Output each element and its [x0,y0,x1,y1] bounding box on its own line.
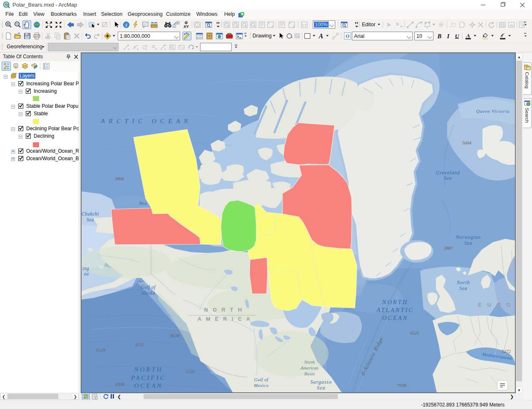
svg-text:6129: 6129 [96,347,106,352]
svg-text:Basin: Basin [304,371,315,376]
svg-text:Greenland: Greenland [436,170,460,175]
svg-text:ARCTIC OCEAN: ARCTIC OCEAN [101,118,192,124]
svg-text:3887: 3887 [443,245,453,250]
svg-text:E U R O P: E U R O P [478,302,515,308]
svg-text:A M E R I C A: A M E R I C A [198,316,252,322]
svg-text:Mexico: Mexico [253,383,268,388]
svg-text:Sea: Sea [464,240,473,245]
svg-text:American: American [300,365,319,370]
svg-text:1:1: 1:1 [302,23,307,27]
svg-text:1152: 1152 [135,342,144,347]
svg-text:B: B [437,33,442,40]
svg-text:Queen Victoria: Queen Victoria [476,109,510,114]
svg-text:Sea: Sea [459,286,468,291]
svg-text:ATLANTIC: ATLANTIC [376,307,414,313]
svg-text:ea: ea [84,271,89,276]
svg-text:3866: 3866 [114,176,124,181]
svg-text:Norwegian: Norwegian [455,235,481,240]
svg-text:OCEAN: OCEAN [134,382,163,389]
svg-text:North: North [456,280,470,285]
svg-text:Sea: Sea [87,217,94,222]
svg-text:5272: 5272 [502,349,511,354]
svg-text:XY: XY [183,24,189,29]
svg-text:5529: 5529 [186,369,195,374]
svg-text:7598: 7598 [397,383,407,388]
svg-text:8238: 8238 [171,333,180,338]
svg-text:Sea: Sea [444,176,452,181]
svg-text:Bea: Bea [139,201,147,206]
svg-text:A: A [318,32,323,40]
svg-text:Chukchi: Chukchi [82,211,99,216]
svg-text:Gulf of: Gulf of [141,285,156,290]
svg-text:Sea: Sea [317,385,325,391]
svg-text:NORTH: NORTH [382,299,408,305]
svg-text:6938: 6938 [115,382,125,387]
svg-text:O: O [346,33,350,39]
svg-text:5604: 5604 [462,140,472,145]
svg-text:A: A [466,32,470,39]
svg-text:NORTH: NORTH [134,366,163,373]
svg-text:I: I [447,33,450,40]
svg-text:North: North [304,359,315,364]
svg-text:OCEAN: OCEAN [382,315,408,321]
svg-text:U: U [455,33,460,39]
svg-text:6521: 6521 [410,330,419,335]
svg-text:Alaska: Alaska [141,290,155,295]
svg-text:ing: ing [82,266,89,271]
svg-text:Sargasso: Sargasso [310,379,332,385]
svg-text:Gulf of: Gulf of [254,377,269,382]
svg-text:A: A [400,25,402,28]
svg-text:PACIFIC: PACIFIC [131,374,166,381]
svg-text:N O R T H: N O R T H [204,307,243,313]
